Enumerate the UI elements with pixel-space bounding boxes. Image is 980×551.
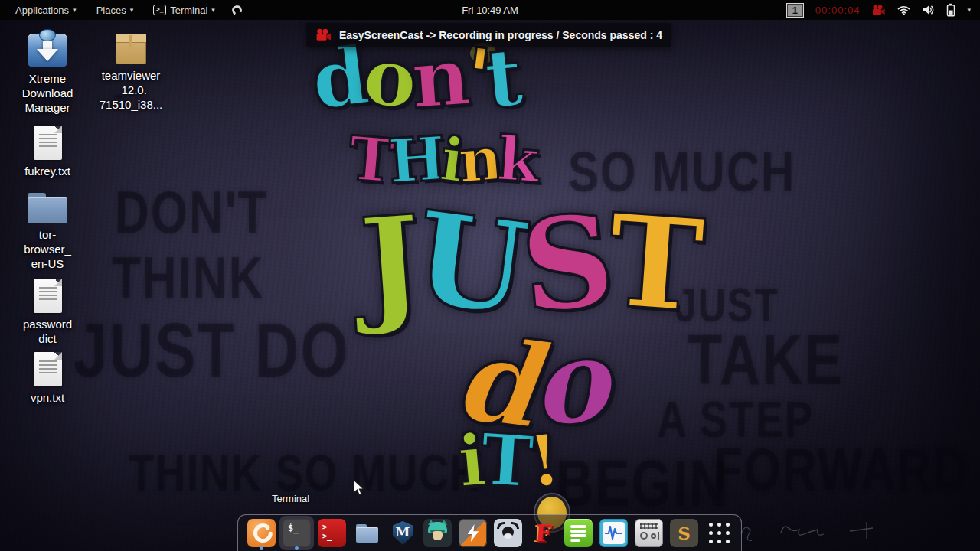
terminal-running-indicator: [295, 546, 299, 550]
dock-faraday-icon[interactable]: F: [529, 519, 557, 547]
notification-text: EasyScreenCast -> Recording in progress …: [339, 29, 662, 41]
wallpaper-letter: T: [605, 197, 707, 330]
text-lines-icon: [570, 525, 586, 528]
dock-root-terminal-icon[interactable]: > >_: [318, 519, 346, 547]
dock-armitage-icon[interactable]: [459, 519, 487, 547]
dock: $_ > >_ M F: [237, 514, 742, 551]
top-panel: Applications ▾ Places ▾ >_ Terminal ▾ Fr…: [0, 0, 980, 20]
desktop-icon-label: teamviewer _12.0. 71510_i38...: [100, 68, 163, 112]
firefox-running-indicator: [260, 546, 263, 550]
workspace-indicator[interactable]: 1: [786, 3, 804, 18]
wallpaper-title-line: iT!: [433, 425, 586, 496]
dock-metasploit-icon[interactable]: M: [388, 519, 416, 547]
applications-menu-label: Applications: [15, 5, 69, 16]
chevron-down-icon: ▾: [211, 6, 215, 14]
terminal-menu-label: Terminal: [170, 5, 207, 16]
desktop-icon-label: Xtreme Download Manager: [22, 71, 74, 115]
desktop-icon-teamviewer[interactable]: teamviewer _12.0. 71510_i38...: [93, 34, 169, 112]
desktop-icon-xtreme-download-manager[interactable]: Xtreme Download Manager: [9, 34, 86, 115]
clock-label: Fri 10:49 AM: [462, 5, 518, 16]
battery-icon[interactable]: [946, 3, 956, 17]
wallpaper-letter: k: [495, 129, 541, 191]
places-menu-label: Places: [96, 5, 126, 16]
dock-ettercap-icon[interactable]: [423, 519, 452, 547]
dock-beef-icon[interactable]: [494, 519, 522, 547]
lightning-bolt-icon: [466, 524, 481, 542]
waveform-icon: [599, 519, 628, 547]
wallpaper-title-line: don't: [272, 38, 563, 118]
metasploit-m-glyph: M: [396, 524, 410, 540]
wallpaper-title-line: JUST: [352, 201, 712, 327]
dock-tooltip: Terminal: [272, 493, 309, 504]
busy-spinner-icon: [230, 4, 243, 17]
system-menu-chevron-icon[interactable]: ▾: [967, 6, 971, 14]
dock-files-icon[interactable]: [353, 519, 381, 547]
folder-icon: [28, 193, 67, 223]
package-icon: [116, 34, 146, 64]
desktop-icon-label: tor- browser_ en-US: [24, 227, 71, 271]
wifi-icon[interactable]: [897, 5, 910, 15]
terminal-app-menu[interactable]: >_ Terminal ▾: [145, 0, 223, 20]
applications-menu[interactable]: Applications ▾: [8, 0, 84, 20]
recording-camera-icon: [315, 27, 332, 44]
volume-icon[interactable]: [922, 5, 935, 15]
download-manager-icon: [28, 34, 67, 67]
terminal-prompt-glyph: $_: [288, 523, 299, 533]
recording-camera-tray-icon[interactable]: [871, 5, 886, 16]
desktop-icon-password-dict[interactable]: password dict: [9, 279, 86, 346]
chevron-down-icon: ▾: [130, 6, 134, 14]
mixer-dots-icon: [640, 523, 658, 529]
desktop-icon-tor-browser[interactable]: tor- browser_ en-US: [9, 193, 86, 271]
desktop-icon-label: fukrey.txt: [24, 164, 70, 178]
dock-terminal-icon[interactable]: $_: [283, 519, 311, 547]
desktop-icon-fukrey-txt[interactable]: fukrey.txt: [9, 126, 86, 178]
dock-firefox-icon[interactable]: [247, 519, 276, 547]
wallpaper-bg-word: JUST DO: [74, 307, 350, 395]
desktop-icon-label: password dict: [23, 317, 72, 346]
firefox-swirl-icon: [247, 519, 276, 547]
text-file-icon: [34, 126, 62, 160]
wallpaper-bg-word: THINK: [112, 244, 264, 312]
wallpaper-title-line: THink: [318, 130, 570, 190]
mouse-cursor: [353, 479, 366, 497]
recording-timer[interactable]: 00:00:04: [815, 5, 861, 16]
chevron-down-icon: ▾: [73, 6, 77, 14]
wallpaper-letter: t: [482, 37, 525, 119]
wallpaper-bg-word: FORWARD: [714, 435, 969, 504]
desktop-icon-label: vpn.txt: [31, 390, 64, 405]
text-file-icon: [34, 352, 62, 386]
dock-show-applications-button[interactable]: [705, 519, 733, 547]
wallpaper-bg-word: DON'T: [115, 178, 268, 246]
sublime-s-glyph: S: [678, 523, 691, 543]
dock-text-editor-icon[interactable]: [564, 519, 593, 547]
clock[interactable]: Fri 10:49 AM: [462, 0, 518, 20]
root-terminal-prompt-glyph: > >_: [322, 523, 332, 541]
wallpaper-scribble: [735, 511, 911, 546]
places-menu[interactable]: Places ▾: [89, 0, 142, 20]
shield-icon: M: [393, 521, 413, 545]
dock-system-monitor-icon[interactable]: [599, 519, 628, 547]
terminal-window-icon: >_: [153, 5, 166, 15]
dock-sublime-text-icon[interactable]: S: [670, 519, 698, 547]
wallpaper-letter: S: [517, 197, 619, 331]
desktop-icon-vpn-txt[interactable]: vpn.txt: [9, 352, 86, 405]
notification-banner[interactable]: EasyScreenCast -> Recording in progress …: [306, 23, 671, 47]
faraday-f-glyph: F: [534, 520, 553, 546]
text-file-icon: [34, 279, 62, 313]
dock-audio-controls-icon[interactable]: [635, 519, 663, 547]
